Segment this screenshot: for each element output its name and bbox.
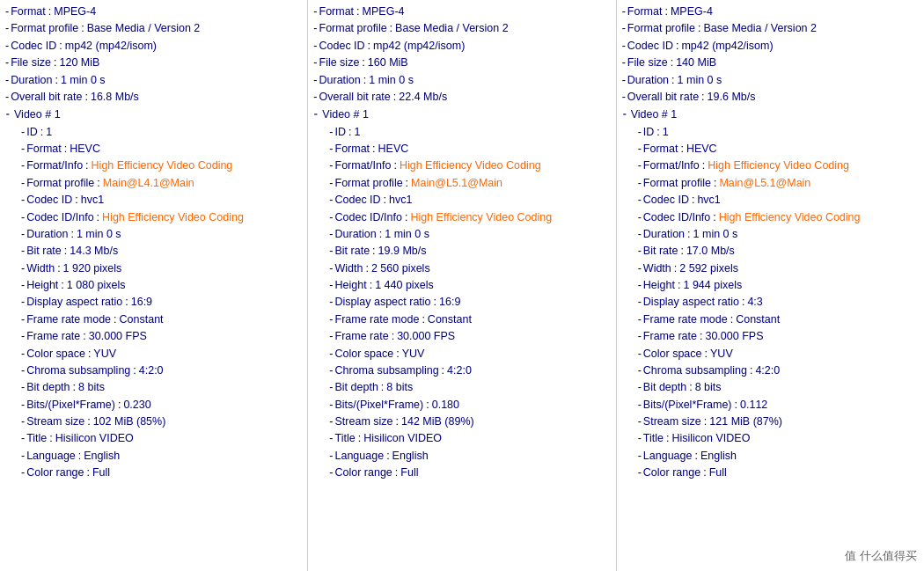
- row-value: Hisilicon VIDEO: [363, 430, 442, 447]
- row-value: 2 560 pixels: [371, 260, 430, 277]
- collapse-icon[interactable]: ⁃: [5, 107, 11, 122]
- dash-icon: -: [21, 328, 25, 345]
- dash-icon: -: [638, 448, 642, 465]
- colon: :: [392, 328, 394, 345]
- row-label: Language: [643, 448, 693, 465]
- row-value: mp42 (mp42/isom): [373, 38, 465, 55]
- table-row: -Display aspect ratio : 4:3: [638, 294, 919, 311]
- colon: :: [372, 141, 375, 157]
- watermark: 值 什么值得买: [845, 548, 917, 564]
- row-label: Width: [335, 260, 363, 277]
- colon: :: [64, 141, 67, 157]
- row-value: 19.9 Mb/s: [378, 243, 427, 260]
- collapse-icon[interactable]: ⁃: [622, 107, 627, 122]
- dash-icon: -: [21, 430, 25, 447]
- dash-icon: -: [638, 362, 642, 379]
- dash-icon: -: [329, 430, 333, 447]
- row-label: Display aspect ratio: [26, 294, 122, 311]
- dash-icon: -: [638, 175, 642, 192]
- row-label: Title: [26, 430, 47, 447]
- dash-icon: -: [21, 311, 25, 328]
- row-label: Duration: [26, 226, 68, 243]
- table-row: -Format profile : Main@L5.1@Main: [329, 175, 610, 192]
- row-label: Format/Info: [26, 157, 83, 174]
- colon: :: [118, 397, 121, 414]
- row-value: 2 592 pixels: [679, 260, 738, 277]
- table-row: -Bit depth : 8 bits: [638, 379, 919, 396]
- row-label: ID: [335, 124, 347, 141]
- dash-icon: -: [5, 72, 9, 89]
- colon: :: [85, 157, 88, 174]
- dash-icon: -: [21, 175, 25, 192]
- row-label: Codec ID/Info: [643, 209, 710, 226]
- table-row: -Codec ID : mp42 (mp42/isom): [5, 38, 302, 55]
- colon: :: [426, 397, 429, 414]
- colon: :: [390, 20, 392, 37]
- colon: :: [57, 260, 60, 277]
- table-row: -Format : MPEG-4: [5, 4, 302, 20]
- colon: :: [676, 38, 678, 55]
- video-section: -ID : 1-Format : HEVC-Format/Info : High…: [622, 124, 919, 482]
- row-label: Format/Info: [335, 157, 392, 174]
- row-label: Codec ID/Info: [26, 209, 93, 226]
- dash-icon: -: [21, 243, 25, 260]
- row-value: High Efficiency Video Coding: [92, 157, 233, 174]
- dash-icon: -: [622, 38, 626, 55]
- table-row: -File size : 160 MiB: [313, 55, 610, 71]
- row-value: High Efficiency Video Coding: [102, 209, 244, 226]
- row-value: 160 MiB: [368, 55, 408, 71]
- row-label: Duration: [627, 72, 669, 89]
- colon: :: [83, 328, 85, 345]
- colon: :: [87, 414, 90, 430]
- table-row: -File size : 120 MiB: [5, 55, 302, 71]
- row-label: Frame rate: [335, 328, 389, 345]
- row-value: 4:3: [747, 294, 762, 311]
- dash-icon: -: [21, 209, 25, 226]
- colon: :: [703, 465, 706, 481]
- row-value: High Efficiency Video Coding: [400, 157, 541, 174]
- dash-icon: -: [329, 346, 333, 362]
- row-value: HEVC: [686, 141, 717, 157]
- table-row: -Format/Info : High Efficiency Video Cod…: [21, 157, 302, 174]
- table-row: -Color space : YUV: [329, 346, 610, 362]
- colon: :: [434, 294, 436, 311]
- table-row: -Color range : Full: [329, 465, 610, 481]
- table-row: -Bit depth : 8 bits: [21, 379, 302, 396]
- dash-icon: -: [638, 414, 642, 430]
- table-row: -Duration : 1 min 0 s: [622, 72, 919, 89]
- colon: :: [680, 141, 683, 157]
- row-value: 1: [354, 124, 360, 141]
- row-value: mp42 (mp42/isom): [681, 38, 773, 55]
- dash-icon: -: [313, 38, 317, 55]
- table-row: -Duration : 1 min 0 s: [329, 226, 610, 243]
- row-value: High Efficiency Video Coding: [410, 209, 552, 226]
- row-label: Color range: [335, 465, 392, 481]
- colon: :: [698, 20, 700, 37]
- row-value: 4:2:0: [139, 362, 164, 379]
- colon: :: [356, 4, 359, 20]
- table-row: -Format/Info : High Efficiency Video Cod…: [638, 157, 919, 174]
- dash-icon: -: [313, 20, 317, 37]
- dash-icon: -: [329, 157, 333, 174]
- row-value: 30.000 FPS: [89, 328, 147, 345]
- dash-icon: -: [329, 294, 333, 311]
- table-row: -Format/Info : High Efficiency Video Cod…: [329, 157, 610, 174]
- colon: :: [705, 346, 708, 362]
- row-label: Frame rate: [643, 328, 697, 345]
- row-label: Duration: [11, 72, 52, 89]
- table-row: -Format : HEVC: [638, 141, 919, 157]
- table-row: -Color range : Full: [21, 465, 302, 481]
- row-label: ID: [643, 124, 655, 141]
- table-row: -Duration : 1 min 0 s: [21, 226, 302, 243]
- row-value: 0.112: [740, 397, 767, 414]
- row-label: Codec ID/Info: [335, 209, 402, 226]
- colon: :: [40, 124, 43, 141]
- row-label: Bit rate: [26, 243, 62, 260]
- dash-icon: -: [329, 379, 333, 396]
- colon: :: [750, 362, 752, 379]
- colon: :: [363, 72, 366, 89]
- row-label: Format profile: [26, 175, 94, 192]
- table-row: -Codec ID/Info : High Efficiency Video C…: [329, 209, 610, 226]
- dash-icon: -: [5, 38, 9, 55]
- collapse-icon[interactable]: ⁃: [313, 107, 319, 122]
